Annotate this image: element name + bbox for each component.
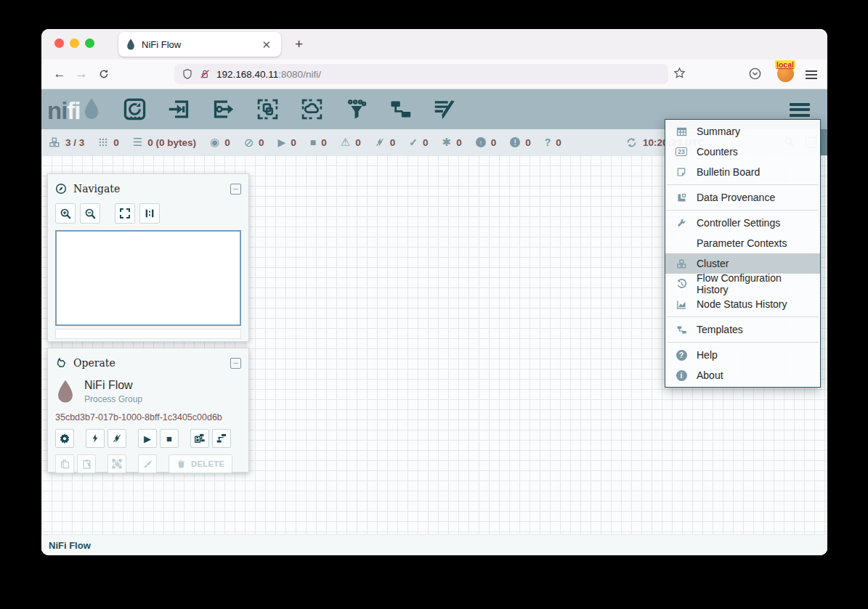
save-template-button[interactable]: [190, 429, 209, 448]
area-chart-icon: [674, 299, 689, 310]
paste-button[interactable]: [77, 454, 96, 473]
play-icon: ▶: [278, 136, 286, 148]
enable-button[interactable]: [86, 429, 105, 448]
cubes-icon: [674, 258, 689, 269]
menu-item-controller-settings[interactable]: Controller Settings: [665, 213, 820, 233]
menu-item-summary[interactable]: Summary: [665, 121, 820, 142]
menu-item-flow-configuration-history[interactable]: Flow Configuration History: [665, 274, 820, 294]
status-running: ▶0: [278, 136, 296, 148]
group-button[interactable]: [108, 454, 126, 473]
zoom-fit-button[interactable]: [115, 203, 135, 224]
birdseye-view[interactable]: [55, 230, 241, 326]
tab-close-icon[interactable]: ✕: [259, 38, 274, 52]
zoom-actual-size-button[interactable]: [139, 203, 160, 224]
wrench-icon: [674, 218, 689, 228]
shield-icon[interactable]: [182, 68, 193, 80]
collapse-navigate-button[interactable]: –: [230, 184, 241, 195]
status-disabled: 0: [375, 137, 396, 148]
status-locally-modified-stale: !0: [510, 137, 531, 148]
menu-item-help[interactable]: ?Help: [665, 345, 820, 365]
info-circle-icon: i: [674, 370, 689, 381]
forward-button[interactable]: →: [70, 67, 92, 81]
status-stopped: ■0: [310, 136, 327, 148]
browser-tab[interactable]: NiFi Flow ✕: [118, 32, 281, 57]
output-port-icon[interactable]: [211, 97, 236, 122]
browser-menu-button[interactable]: [806, 68, 817, 81]
processor-icon[interactable]: [123, 97, 147, 122]
birdseye-brush[interactable]: [55, 329, 241, 339]
counter-icon: 23: [674, 147, 689, 157]
profile-avatar[interactable]: local: [777, 65, 794, 82]
disable-button[interactable]: [108, 429, 126, 448]
question-circle-icon: ?: [674, 350, 689, 361]
global-menu-button[interactable]: [790, 100, 810, 119]
maximize-window-button[interactable]: [85, 38, 94, 48]
browser-tab-bar: NiFi Flow ✕ +: [41, 29, 827, 60]
process-group-icon[interactable]: [256, 97, 280, 122]
search-field-edge[interactable]: [821, 129, 827, 155]
insecure-lock-icon[interactable]: [199, 68, 211, 80]
start-button[interactable]: ▶: [138, 429, 157, 448]
menu-separator: [667, 184, 819, 185]
delete-button[interactable]: DELETE: [169, 454, 232, 473]
status-not-transmitting: ⊘0: [244, 136, 264, 150]
menu-item-cluster[interactable]: Cluster: [665, 253, 820, 274]
copy-button[interactable]: [55, 454, 74, 473]
reload-button[interactable]: [98, 68, 110, 80]
not-transmitting-icon: ⊘: [244, 136, 253, 150]
status-active-threads: 0: [98, 137, 119, 148]
template-icon[interactable]: [389, 97, 413, 122]
menu-item-templates[interactable]: Templates: [665, 319, 820, 340]
bookmark-star-icon[interactable]: [673, 67, 686, 79]
label-icon[interactable]: [433, 97, 458, 122]
nifi-favicon: [126, 38, 136, 51]
history-icon: [674, 279, 689, 290]
upload-template-button[interactable]: [212, 429, 231, 448]
remote-process-group-icon[interactable]: [300, 97, 325, 122]
menu-item-counters[interactable]: 23Counters: [665, 142, 820, 162]
menu-separator: [667, 210, 819, 211]
browser-window: NiFi Flow ✕ + ← → 192.168.40.11:8080/nif…: [41, 29, 827, 555]
navigate-palette: Navigate –: [47, 173, 249, 342]
input-port-icon[interactable]: [167, 97, 192, 122]
collapse-operate-button[interactable]: –: [230, 358, 241, 369]
menu-separator: [667, 342, 819, 343]
status-stale: ↑0: [476, 137, 497, 148]
provenance-icon: [674, 192, 689, 203]
zoom-in-button[interactable]: [55, 203, 76, 224]
url-text: 192.168.40.11:8080/nifi/: [216, 69, 321, 80]
status-locally-modified: ✱0: [442, 136, 462, 149]
process-group-droplet-icon: [55, 379, 76, 405]
cluster-icon: [49, 136, 60, 148]
pocket-icon[interactable]: [748, 67, 762, 81]
menu-separator: [667, 316, 819, 317]
zoom-out-button[interactable]: [80, 203, 100, 224]
close-window-button[interactable]: [54, 38, 64, 48]
menu-item-parameter-contexts[interactable]: Parameter Contexts: [665, 233, 820, 253]
refresh-icon[interactable]: [626, 137, 637, 148]
warning-icon: ⚠: [341, 136, 350, 149]
minimize-window-button[interactable]: [70, 38, 79, 48]
selected-flow-type: Process Group: [84, 394, 142, 404]
template-icon: [674, 324, 689, 335]
status-queued: ☰0 (0 bytes): [133, 136, 196, 149]
menu-item-about[interactable]: iAbout: [665, 365, 820, 385]
profile-badge: local: [775, 60, 795, 69]
new-tab-button[interactable]: +: [289, 36, 309, 53]
breadcrumb: NiFi Flow: [41, 534, 827, 555]
check-icon: ✓: [409, 136, 418, 148]
status-transmitting: ◉0: [210, 136, 230, 149]
stop-button[interactable]: ■: [160, 429, 179, 448]
breadcrumb-root[interactable]: NiFi Flow: [49, 540, 91, 551]
change-color-button[interactable]: [138, 454, 157, 473]
menu-item-data-provenance[interactable]: Data Provenance: [665, 187, 820, 208]
status-up-to-date: ✓0: [409, 136, 428, 148]
menu-item-bulletin-board[interactable]: Bulletin Board: [665, 162, 820, 182]
funnel-icon[interactable]: [344, 97, 369, 122]
url-bar[interactable]: 192.168.40.11:8080/nifi/: [174, 64, 668, 84]
back-button[interactable]: ←: [49, 67, 70, 81]
transmitting-icon: ◉: [210, 136, 219, 149]
hand-icon: [55, 357, 67, 369]
configure-button[interactable]: [55, 429, 74, 448]
menu-item-node-status-history[interactable]: Node Status History: [665, 294, 820, 314]
